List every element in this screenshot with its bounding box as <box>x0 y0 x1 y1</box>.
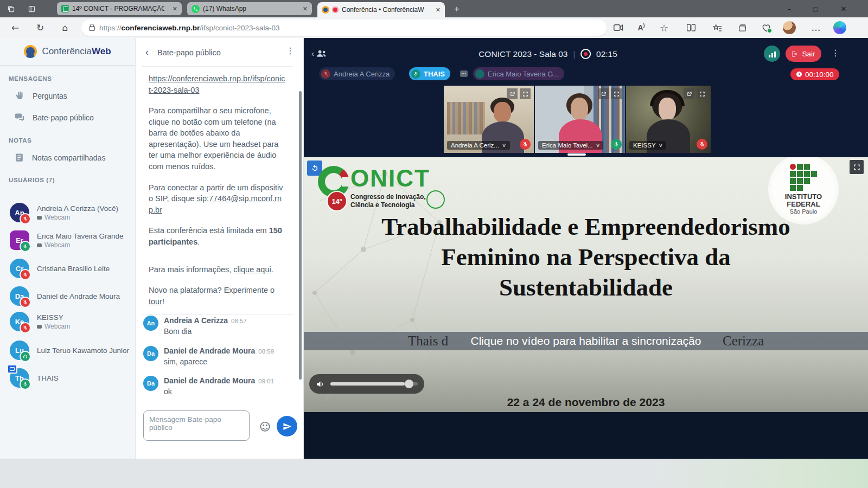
window-maximize-button[interactable]: ▢ <box>803 0 828 17</box>
fullscreen-icon <box>853 164 860 171</box>
message-text: sim, aparece <box>164 357 274 366</box>
user-row-andreia[interactable]: An Andreia A Cerizza (Você) Webcam <box>10 203 118 222</box>
sidebar-item-perguntas[interactable]: Perguntas <box>14 91 135 101</box>
recording-time-pill[interactable]: 00:10:00 <box>790 68 839 80</box>
tab-title: Conferência • ConferênciaW <box>342 6 424 14</box>
user-row-erica[interactable]: Er Erica Maio Taveira Grande Webcam <box>10 230 124 250</box>
mic-muted-badge <box>20 297 31 308</box>
tab-close-icon[interactable]: ✕ <box>303 5 308 12</box>
user-name: Andreia A Cerizza (Você) <box>37 204 118 213</box>
tab-media-camera-icon[interactable] <box>612 21 625 34</box>
avatar: Da <box>143 376 158 391</box>
meeting-options-kebab-icon[interactable]: ⋮ <box>831 48 840 58</box>
webcam-name-pill[interactable]: Erica Maio Tavei...˅ <box>538 141 603 150</box>
whatsapp-favicon <box>192 5 200 13</box>
clock-icon <box>796 71 802 78</box>
recording-indicator-icon[interactable] <box>580 49 591 59</box>
message-text: ok <box>164 387 274 396</box>
sidebar-item-notas[interactable]: Notas compartilhadas <box>14 152 135 163</box>
recording-dot-icon <box>332 7 339 13</box>
window-close-button[interactable]: ✕ <box>831 0 856 17</box>
face <box>494 102 511 123</box>
meeting-link[interactable]: https://conferenciaweb.rnp.br/ifsp/conic… <box>149 74 285 94</box>
back-nav-icon[interactable]: ← <box>9 21 22 34</box>
windows-taskbar: 26°C Parc ensolarado Pesquisar <box>0 459 868 488</box>
chat-message-input[interactable] <box>143 410 250 441</box>
webcam-erica[interactable]: Erica Maio Tavei...˅ <box>535 86 625 153</box>
sheets-favicon <box>61 5 69 12</box>
face <box>571 98 588 120</box>
collapse-userlist-button[interactable]: ‹ <box>311 49 327 58</box>
talking-pill-andreia[interactable]: Andreia A Cerizza <box>319 67 395 80</box>
sidebar-item-label: Bate-papo público <box>33 113 94 122</box>
split-screen-icon[interactable] <box>685 21 698 34</box>
fullscreen-webcam-icon[interactable] <box>697 88 707 99</box>
meeting-action-bar: ^ ^ ^ <box>304 412 868 459</box>
divider <box>0 65 135 66</box>
volume-thumb[interactable] <box>405 380 413 388</box>
mic-on-icon <box>411 69 420 79</box>
webcam-keissy[interactable]: KEISSY˅ <box>626 86 711 153</box>
clique-aqui-link[interactable]: clique aqui <box>233 265 271 274</box>
users-icon <box>316 49 327 58</box>
settings-more-icon[interactable]: … <box>809 21 822 34</box>
home-icon[interactable]: ⌂ <box>59 21 72 34</box>
tab-close-icon[interactable]: ✕ <box>173 5 177 12</box>
focus-webcam-icon[interactable] <box>507 88 518 99</box>
tab-conict-programacao[interactable]: 14º CONICT - PROGRAMAÇÃO - ✕ <box>57 2 182 15</box>
chat-back-icon[interactable]: ‹ <box>145 47 149 58</box>
talking-pill-erica[interactable]: Erica Maio Taveira G... <box>473 67 564 80</box>
profile-avatar[interactable] <box>783 21 796 34</box>
browser-essentials-icon[interactable] <box>760 21 773 34</box>
user-row-thais[interactable]: Th THAIS <box>10 368 59 388</box>
webcam-andreia[interactable]: Andreia A Ceriz...˅ <box>444 86 534 153</box>
notes-section-label: NOTAS <box>9 137 135 144</box>
focus-webcam-icon[interactable] <box>598 88 609 99</box>
favorite-star-icon[interactable]: ☆ <box>658 21 671 34</box>
favorites-bar-icon[interactable] <box>711 21 724 34</box>
volume-control[interactable] <box>309 374 424 394</box>
fullscreen-webcam-icon[interactable] <box>520 88 531 99</box>
webcam-name-pill[interactable]: KEISSY˅ <box>629 141 666 150</box>
emoji-icon[interactable]: ☺ <box>259 420 271 433</box>
message-author: Daniel de Andrade Moura <box>164 346 255 355</box>
vertical-tabs-icon[interactable] <box>26 3 37 14</box>
tab-group-icon[interactable] <box>5 3 16 14</box>
user-row-cristiana[interactable]: Cr Cristiana Brasilio Leite <box>10 259 110 278</box>
reload-icon[interactable]: ↻ <box>34 21 47 34</box>
fullscreen-webcam-icon[interactable] <box>611 88 622 99</box>
signal-bars-icon <box>769 55 770 57</box>
user-row-keissy[interactable]: Ke KEISSY Webcam <box>10 312 70 331</box>
tab-conferencia-active[interactable]: Conferência • ConferênciaW ✕ <box>317 2 445 17</box>
elapsed-time: 02:15 <box>596 49 617 59</box>
connection-status-button[interactable] <box>764 46 780 62</box>
chat-menu-kebab-icon[interactable]: ⋮ <box>286 46 295 56</box>
more-speakers-icon[interactable] <box>460 70 468 77</box>
read-aloud-icon[interactable]: A) <box>635 21 648 34</box>
mic-muted-badge <box>20 269 31 280</box>
volume-slider[interactable] <box>330 382 418 386</box>
tab-close-icon[interactable]: ✕ <box>436 7 441 14</box>
new-tab-button[interactable]: + <box>451 4 462 15</box>
sidebar-item-batepapo[interactable]: Bate-papo público <box>14 112 135 123</box>
tour-link[interactable]: tour <box>149 297 162 306</box>
focus-webcam-icon[interactable] <box>684 88 694 99</box>
collections-icon[interactable] <box>736 21 749 34</box>
paper-plane-icon <box>283 422 292 431</box>
fullscreen-presentation-button[interactable] <box>850 160 864 174</box>
webcam-name-pill[interactable]: Andreia A Ceriz...˅ <box>447 141 510 150</box>
ifsp-squares-icon <box>790 164 817 191</box>
url-field[interactable]: https://conferenciaweb.rnp.br/ifsp/conic… <box>81 20 607 36</box>
leave-button[interactable]: Sair <box>786 46 821 62</box>
chat-scrollbar[interactable] <box>299 91 302 380</box>
sync-caption-bar[interactable]: Thais d Cerizza Clique no vídeo para hab… <box>304 332 868 350</box>
window-minimize-button[interactable]: – <box>777 0 802 17</box>
user-row-daniel[interactable]: Da Daniel de Andrade Moura <box>10 286 120 306</box>
tab-whatsapp[interactable]: (17) WhatsApp ✕ <box>187 2 312 15</box>
copilot-icon[interactable] <box>833 21 846 34</box>
presentation-slide[interactable]: ONICT 14º Congresso de Inovação, Ciência… <box>304 157 868 412</box>
resize-handle[interactable] <box>567 153 586 156</box>
talking-pill-thais[interactable]: THAIS <box>409 67 450 80</box>
send-button[interactable] <box>277 416 297 436</box>
user-row-luiz[interactable]: Lu Luiz Teruo Kawamoto Junior <box>10 341 129 360</box>
